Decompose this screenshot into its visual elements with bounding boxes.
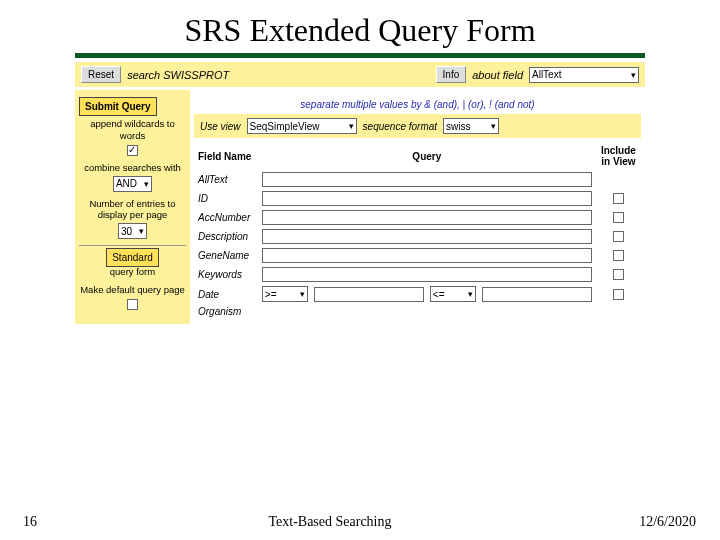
field-name: GeneName [194,246,258,265]
table-row: Keywords [194,265,641,284]
slide-title: SRS Extended Query Form [0,0,720,53]
seqfmt-select[interactable]: swiss [443,118,499,134]
submit-query-button[interactable]: Submit Query [79,97,157,116]
entries-label: Number of entries to display per page [79,198,186,222]
about-field-label: about field [472,69,523,81]
field-name: Organism [194,304,258,319]
date-from-input[interactable] [314,287,424,302]
query-input[interactable] [262,172,592,187]
table-row: ID [194,189,641,208]
field-name: AllText [194,170,258,189]
col-field-header: Field Name [194,142,258,170]
info-button[interactable]: Info [436,66,467,83]
top-toolbar: Reset search SWISSPROT Info about field … [75,62,645,87]
search-db-label: search SWISSPROT [127,69,229,81]
table-row: Description [194,227,641,246]
wildcards-checkbox[interactable] [127,145,138,156]
query-fields-table: Field Name Query Include in View AllText… [194,142,641,319]
seqfmt-label: sequence format [363,121,438,132]
date-op1-select[interactable]: >= [262,286,308,302]
footer-date: 12/6/2020 [600,514,720,530]
entries-select[interactable]: 30 [118,223,147,239]
standard-button[interactable]: Standard [106,248,159,267]
table-row: AccNumber [194,208,641,227]
syntax-hint: separate multiple values by & (and), | (… [194,99,641,110]
query-input[interactable] [262,248,592,263]
combine-label: combine searches with [79,162,186,174]
include-checkbox[interactable] [613,212,624,223]
field-name: Keywords [194,265,258,284]
include-checkbox[interactable] [613,231,624,242]
sidebar-divider [79,245,186,246]
table-row: Date >= <= [194,284,641,304]
include-checkbox[interactable] [613,250,624,261]
sidebar: Submit Query append wildcards to words c… [75,90,190,324]
main-panel: separate multiple values by & (and), | (… [190,90,645,324]
table-row: GeneName [194,246,641,265]
app-frame: Reset search SWISSPROT Info about field … [75,62,645,324]
query-input[interactable] [262,191,592,206]
use-view-label: Use view [200,121,241,132]
include-checkbox[interactable] [613,269,624,280]
table-row: AllText [194,170,641,189]
field-name: Description [194,227,258,246]
include-checkbox[interactable] [613,193,624,204]
reset-button[interactable]: Reset [81,66,121,83]
include-checkbox[interactable] [613,289,624,300]
field-name: AccNumber [194,208,258,227]
default-page-label: Make default query page [79,284,186,296]
default-page-checkbox[interactable] [127,299,138,310]
field-name: ID [194,189,258,208]
query-input[interactable] [262,229,592,244]
table-row: Organism [194,304,641,319]
page-number: 16 [0,514,60,530]
date-op2-select[interactable]: <= [430,286,476,302]
field-name: Date [194,284,258,304]
combine-select[interactable]: AND [113,176,152,192]
query-input[interactable] [262,267,592,282]
use-view-select[interactable]: SeqSimpleView [247,118,357,134]
query-form-label: query form [79,266,186,278]
query-input[interactable] [262,210,592,225]
slide-footer: 16 Text-Based Searching 12/6/2020 [0,514,720,530]
date-to-input[interactable] [482,287,592,302]
footer-title: Text-Based Searching [60,514,600,530]
wildcards-label: append wildcards to words [79,118,186,142]
about-field-select[interactable]: AllText [529,67,639,83]
view-toolbar: Use view SeqSimpleView sequence format s… [194,114,641,138]
col-query-header: Query [258,142,596,170]
col-include-header: Include in View [596,142,641,170]
